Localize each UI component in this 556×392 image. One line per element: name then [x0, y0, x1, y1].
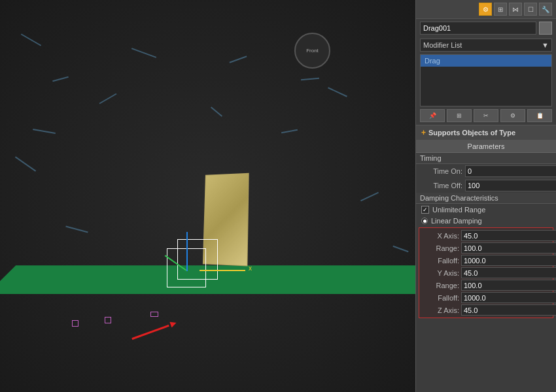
modifier-tab-icon[interactable]: ⚙: [479, 3, 492, 16]
x-axis: [200, 270, 245, 271]
y-falloff-input[interactable]: [461, 292, 556, 303]
configure-button[interactable]: ⚙: [500, 109, 525, 122]
linear-damping-label: Linear Damping: [431, 217, 482, 225]
x-falloff-row: Falloff: ▲ ▼: [419, 254, 553, 267]
right-panel: ⚙ ⊞ ⋈ ☐ 🔧 Modifier List ▼ Drag 📌 ⊞ ✂: [415, 0, 556, 392]
parameters-header[interactable]: Parameters: [416, 140, 556, 153]
time-on-input[interactable]: [465, 165, 556, 177]
modifier-list-dropdown[interactable]: Modifier List ▼: [420, 39, 552, 52]
time-on-row: Time On: ▲ ▼: [416, 164, 556, 178]
y-range-input[interactable]: [461, 280, 556, 291]
marker-1: [105, 317, 111, 323]
time-on-label: Time On:: [420, 167, 462, 175]
supports-objects-title: Supports Objects of Type: [428, 129, 515, 137]
unlimited-range-row: ✓ Unlimited Range: [416, 204, 556, 216]
z-axis-label: Z Axis:: [423, 306, 459, 314]
panel-toolbar: ⚙ ⊞ ⋈ ☐ 🔧: [416, 0, 556, 19]
modifier-list-section: Modifier List ▼: [416, 37, 556, 54]
supports-expand-icon: +: [421, 128, 426, 137]
time-off-row: Time Off: ▲ ▼: [416, 178, 556, 193]
object-name-input[interactable]: [420, 22, 536, 35]
y-axis-input[interactable]: [461, 267, 556, 278]
y-axis-label: Y Axis:: [423, 269, 459, 277]
damping-title: Damping Characteristics: [416, 193, 556, 204]
damping-section: Damping Characteristics ✓ Unlimited Rang…: [416, 193, 556, 318]
time-off-label: Time Off:: [420, 182, 462, 189]
dropdown-arrow-icon: ▼: [542, 41, 549, 49]
make-unique-button[interactable]: ⊞: [447, 109, 472, 122]
y-axis-row: Y Axis: ▲ ▼ %: [419, 267, 553, 279]
y-falloff-label: Falloff:: [423, 294, 459, 302]
supports-objects-header[interactable]: + Supports Objects of Type: [416, 125, 556, 140]
time-on-wrap: ▲ ▼: [465, 165, 556, 177]
timing-title: Timing: [416, 153, 556, 164]
modifier-stack[interactable]: Drag: [420, 54, 552, 106]
marker-3: [72, 320, 78, 327]
y-axis: [186, 232, 188, 271]
x-axis-label: X Axis:: [423, 232, 459, 240]
parameters-title-label: Parameters: [468, 142, 505, 150]
y-falloff-row: Falloff: ▲ ▼: [419, 291, 553, 304]
hierarchy-tab-icon[interactable]: ⊞: [494, 3, 507, 16]
remove-modifier-button[interactable]: ✂: [474, 109, 498, 122]
z-axis-row: Z Axis: ▲ ▼ %: [419, 304, 553, 316]
viewport-gizmo: Front: [294, 33, 330, 69]
x-range-row: Range: ▲ ▼: [419, 242, 553, 254]
marker-2: [150, 312, 158, 317]
x-axis-input[interactable]: [461, 230, 556, 241]
x-axis-row: X Axis: ▲ ▼ %: [419, 229, 553, 242]
stack-controls: 📌 ⊞ ✂ ⚙ 📋: [416, 106, 556, 125]
x-falloff-input[interactable]: [461, 255, 556, 266]
damping-values-section: X Axis: ▲ ▼ % Range: ▲: [419, 227, 553, 318]
utilities-tab-icon[interactable]: 🔧: [539, 3, 552, 16]
name-row: [416, 19, 556, 37]
x-range-input[interactable]: [461, 242, 556, 253]
linear-damping-radio[interactable]: [421, 218, 428, 224]
object-color-swatch[interactable]: [539, 22, 552, 35]
display-tab-icon[interactable]: ☐: [524, 3, 537, 16]
pin-stack-button[interactable]: 📌: [420, 109, 445, 122]
z-axis-input[interactable]: [461, 304, 556, 316]
unlimited-range-checkbox[interactable]: ✓: [421, 206, 429, 214]
time-off-input[interactable]: [465, 180, 556, 191]
linear-damping-row: Linear Damping: [416, 216, 556, 226]
modifier-item-drag[interactable]: Drag: [421, 55, 551, 67]
copy-button[interactable]: 📋: [527, 109, 552, 122]
properties-panel: + Supports Objects of Type Parameters Ti…: [416, 125, 556, 392]
y-range-label: Range:: [423, 282, 459, 289]
y-range-row: Range: ▲ ▼: [419, 279, 553, 291]
viewport-area[interactable]: Front: [0, 0, 415, 392]
x-range-label: Range:: [423, 244, 459, 252]
motion-tab-icon[interactable]: ⋈: [509, 3, 522, 16]
timing-section: Timing Time On: ▲ ▼ Time Off:: [416, 153, 556, 193]
time-off-wrap: ▲ ▼: [465, 180, 556, 191]
unlimited-range-label: Unlimited Range: [432, 206, 485, 214]
x-falloff-label: Falloff:: [423, 257, 459, 265]
